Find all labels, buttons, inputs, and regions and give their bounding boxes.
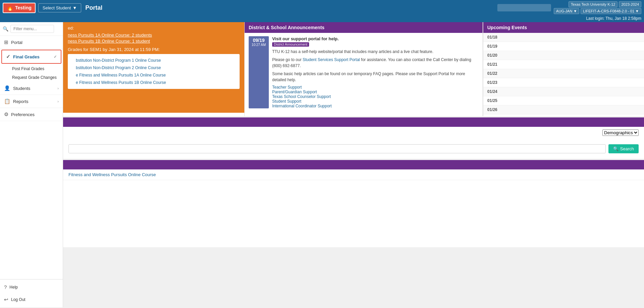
course-link-1[interactable]: Fitness and Wellness Pursuits Online Cou… bbox=[68, 172, 156, 177]
sidebar-item-reports[interactable]: 📋 Reports › bbox=[0, 95, 63, 108]
event-row-0: 01/18 bbox=[483, 33, 644, 42]
top-bar: 🔥 Testing Select Student ▼ Portal Texas … bbox=[0, 0, 644, 15]
demographics-select[interactable]: Demographics bbox=[602, 130, 639, 136]
students-label: Students bbox=[13, 86, 30, 91]
event-row-8: 01/26 bbox=[483, 105, 644, 114]
term-chevron-icon: ▼ bbox=[573, 9, 577, 13]
support-portal-link[interactable]: Student Services Support Portal bbox=[303, 57, 360, 62]
banner-link-1[interactable]: ness Pursuits 1A Online Course: 2 studen… bbox=[68, 33, 152, 38]
event-date-6: 01/24 bbox=[487, 89, 501, 94]
course-code-label: LIFEFIT-A-CRS-F0848-2.0 - 01 bbox=[583, 9, 634, 13]
students-chevron-icon: › bbox=[57, 86, 59, 90]
reports-chevron-icon: › bbox=[57, 99, 59, 103]
portal-title: Portal bbox=[85, 4, 102, 11]
reports-icon: 📋 bbox=[4, 98, 10, 104]
event-date-7: 01/25 bbox=[487, 98, 501, 103]
sidebar-nav: ⊞ Portal ✓ Final Grades ✓ Post Final Gra… bbox=[0, 36, 63, 279]
term-label: AUG-JAN bbox=[556, 9, 572, 13]
events-header-label: Upcoming Events bbox=[487, 25, 527, 30]
top-bar-right: Texas Tech University K-12 2023-2024 AUG… bbox=[497, 1, 641, 14]
event-row-4: 01/22 bbox=[483, 69, 644, 78]
announcement-date-box: 09/19 10:27 AM bbox=[249, 36, 269, 108]
sidebar-filter: 🔍 bbox=[0, 22, 63, 36]
announcement-body2: Please go to our Student Services Suppor… bbox=[272, 57, 479, 69]
portal-icon: ⊞ bbox=[4, 39, 8, 45]
col-right: Upcoming Events 01/18 01/19 01/20 01/21 bbox=[483, 22, 644, 116]
student-support-link[interactable]: Student Support bbox=[272, 99, 479, 104]
event-date-3: 01/21 bbox=[487, 62, 501, 67]
final-grades-chevron-icon: ✓ bbox=[54, 55, 57, 59]
orange-banner: ed: ness Pursuits 1A Online Course: 2 st… bbox=[63, 22, 244, 113]
search-button[interactable]: 🔍 Search bbox=[608, 144, 639, 153]
help-icon: ? bbox=[4, 284, 7, 290]
filter-menu-input[interactable] bbox=[10, 25, 54, 33]
event-row-7: 01/25 bbox=[483, 96, 644, 105]
last-login-text: Last login: Thu, Jan 18 2:58pm bbox=[586, 16, 641, 21]
announcement-tag: District Announcement bbox=[272, 42, 309, 47]
events-list: 01/18 01/19 01/20 01/21 01/22 bbox=[483, 33, 644, 114]
demographics-row: Demographics bbox=[63, 127, 644, 139]
announcements-body: 09/19 10:27 AM Visit our support portal … bbox=[245, 33, 483, 114]
announcement-date: 09/19 bbox=[251, 38, 266, 43]
sidebar-item-help[interactable]: ? Help bbox=[0, 281, 63, 293]
sidebar-subitem-post-final-grades[interactable]: Post Final Grades bbox=[0, 64, 63, 73]
counselor-support-link[interactable]: Texas School Counselor Support bbox=[272, 94, 479, 99]
sub-link-1[interactable]: bstitution Non-District Program 1 Online… bbox=[70, 57, 237, 64]
sub-link-4[interactable]: e Fitness and Wellness Pursuits 1B Onlin… bbox=[70, 79, 237, 86]
select-student-label: Select Student bbox=[43, 5, 71, 10]
course-chevron-icon: ▼ bbox=[635, 9, 639, 13]
top-bar-search-input[interactable] bbox=[497, 4, 551, 11]
sidebar-subitem-request-grade-changes[interactable]: Request Grade Changes bbox=[0, 73, 63, 82]
sidebar-item-portal[interactable]: ⊞ Portal bbox=[0, 36, 63, 49]
select-student-button[interactable]: Select Student ▼ bbox=[38, 3, 81, 12]
purple-bar-2 bbox=[63, 160, 644, 169]
sidebar-bottom: ? Help ↩ Log Out bbox=[0, 279, 63, 307]
parent-support-link[interactable]: Parent/Guardian Support bbox=[272, 90, 479, 94]
announcement-text: Visit our support portal for help. Distr… bbox=[272, 36, 479, 108]
event-date-4: 01/22 bbox=[487, 71, 501, 76]
sidebar-item-preferences[interactable]: ⚙ Preferences bbox=[0, 108, 63, 121]
banner-row-1: ed: bbox=[68, 25, 240, 31]
events-header: Upcoming Events bbox=[483, 22, 644, 33]
event-row-6: 01/24 bbox=[483, 87, 644, 96]
sub-link-3[interactable]: e Fitness and Wellness Pursuits 1A Onlin… bbox=[70, 71, 237, 79]
final-grades-label: Final Grades bbox=[13, 54, 40, 59]
students-icon: 👤 bbox=[4, 85, 10, 91]
sub-links-box: bstitution Non-District Program 1 Online… bbox=[68, 54, 240, 89]
course-item-1[interactable]: Fitness and Wellness Pursuits Online Cou… bbox=[63, 169, 644, 180]
event-date-1: 01/19 bbox=[487, 44, 501, 49]
flame-icon: 🔥 bbox=[7, 5, 13, 11]
event-row-1: 01/19 bbox=[483, 42, 644, 51]
announcement-item-1: 09/19 10:27 AM Visit our support portal … bbox=[249, 36, 479, 108]
international-support-link[interactable]: International Coordinator Support bbox=[272, 104, 479, 108]
top-bar-info-row-1: Texas Tech University K-12 2023-2024 bbox=[568, 1, 641, 7]
banner-link-2[interactable]: ness Pursuits 1B Online Course: 1 studen… bbox=[68, 39, 150, 44]
sidebar-item-final-grades[interactable]: ✓ Final Grades ✓ bbox=[1, 50, 61, 64]
search-button-label: Search bbox=[620, 146, 634, 151]
sidebar: 🔍 ⊞ Portal ✓ Final Grades ✓ Post Final G… bbox=[0, 22, 63, 307]
event-row-2: 01/20 bbox=[483, 51, 644, 60]
support-links: Teacher Support Parent/Guardian Support … bbox=[272, 85, 479, 108]
year-pill: 2023-2024 bbox=[619, 1, 641, 7]
banner-row-2: ness Pursuits 1A Online Course: 2 studen… bbox=[68, 33, 240, 38]
logout-label: Log Out bbox=[11, 297, 26, 302]
course-area: Fitness and Wellness Pursuits Online Cou… bbox=[63, 169, 644, 180]
preferences-icon: ⚙ bbox=[4, 111, 8, 117]
announcement-time: 10:27 AM bbox=[251, 43, 266, 47]
term-pill[interactable]: AUG-JAN ▼ bbox=[554, 8, 579, 14]
course-code-pill[interactable]: LIFEFIT-A-CRS-F0848-2.0 - 01 ▼ bbox=[581, 8, 641, 14]
search-icon: 🔍 bbox=[3, 26, 8, 32]
announcement-title: Visit our support portal for help. bbox=[272, 36, 479, 41]
announcements-header-label: District & School Announcements bbox=[249, 25, 325, 30]
search-input[interactable] bbox=[68, 144, 606, 153]
post-final-grades-label: Post Final Grades bbox=[12, 66, 44, 71]
content-area: ed: ness Pursuits 1A Online Course: 2 st… bbox=[63, 22, 644, 307]
announcements-header: District & School Announcements bbox=[245, 22, 483, 33]
sub-link-2[interactable]: bstitution Non-District Program 2 Online… bbox=[70, 64, 237, 71]
sidebar-item-students[interactable]: 👤 Students › bbox=[0, 82, 63, 95]
final-grades-icon: ✓ bbox=[6, 54, 10, 60]
search-icon-btn: 🔍 bbox=[613, 146, 618, 151]
sidebar-item-logout[interactable]: ↩ Log Out bbox=[0, 293, 63, 306]
banner-row-3: ness Pursuits 1B Online Course: 1 studen… bbox=[68, 39, 240, 44]
teacher-support-link[interactable]: Teacher Support bbox=[272, 85, 479, 90]
